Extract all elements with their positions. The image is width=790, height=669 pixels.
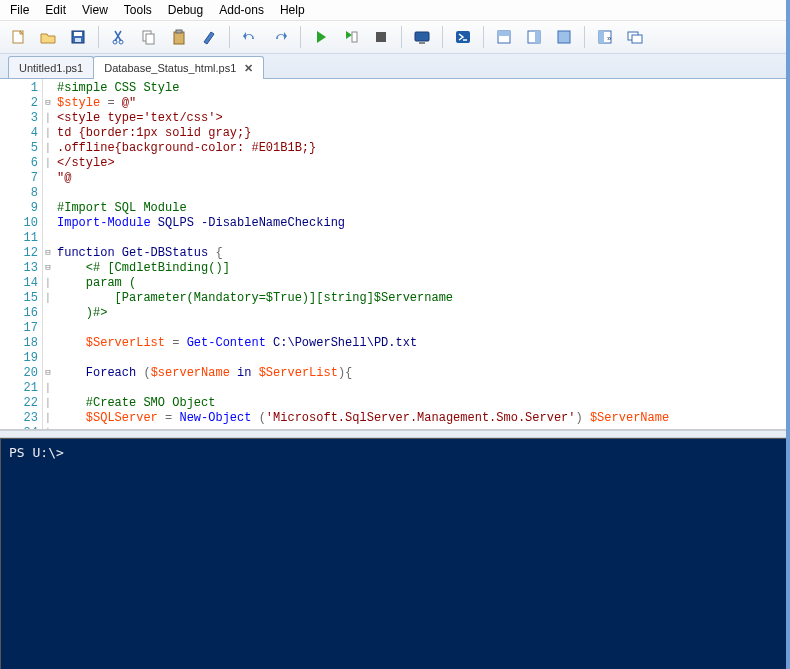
menu-debug[interactable]: Debug <box>160 1 211 19</box>
line-number: 16 <box>0 306 38 321</box>
fold-marker: │ <box>43 126 53 141</box>
code-line[interactable] <box>57 351 786 366</box>
save-icon[interactable] <box>64 23 92 51</box>
line-number: 18 <box>0 336 38 351</box>
tab-database-status-html-ps1[interactable]: Database_Status_html.ps1✕ <box>93 56 264 79</box>
code-line[interactable]: function Get-DBStatus { <box>57 246 786 261</box>
stop-icon[interactable] <box>367 23 395 51</box>
cut-icon[interactable] <box>105 23 133 51</box>
svg-rect-8 <box>174 32 184 44</box>
menu-tools[interactable]: Tools <box>116 1 160 19</box>
toolbar-separator <box>483 26 484 48</box>
line-number: 12 <box>0 246 38 261</box>
fold-marker: │ <box>43 291 53 306</box>
tab-strip: Untitled1.ps1Database_Status_html.ps1✕ <box>0 54 790 79</box>
svg-rect-17 <box>535 31 540 43</box>
paste-icon[interactable] <box>165 23 193 51</box>
svg-rect-11 <box>376 32 386 42</box>
svg-rect-18 <box>558 31 570 43</box>
code-line[interactable]: #simple CSS Style <box>57 81 786 96</box>
code-line[interactable] <box>57 426 786 429</box>
toolbar-separator <box>401 26 402 48</box>
open-icon[interactable] <box>34 23 62 51</box>
line-number: 14 <box>0 276 38 291</box>
menu-add-ons[interactable]: Add-ons <box>211 1 272 19</box>
code-line[interactable]: </style> <box>57 156 786 171</box>
code-line[interactable]: <style type='text/css'> <box>57 111 786 126</box>
fold-marker <box>43 186 53 201</box>
line-number-gutter: 123456789101112131415161718192021222324 <box>0 79 43 429</box>
command-addon-icon[interactable]: » <box>591 23 619 51</box>
fold-marker[interactable]: ⊟ <box>43 261 53 276</box>
svg-rect-9 <box>176 30 182 33</box>
line-number: 3 <box>0 111 38 126</box>
fold-column[interactable]: ⊟││││⊟⊟││⊟││││ <box>43 79 53 429</box>
code-editor[interactable]: 123456789101112131415161718192021222324 … <box>0 79 790 430</box>
close-icon[interactable]: ✕ <box>244 62 253 75</box>
fold-marker <box>43 171 53 186</box>
undo-icon[interactable] <box>236 23 264 51</box>
code-line[interactable]: .offline{background-color: #E01B1B;} <box>57 141 786 156</box>
code-line[interactable]: $style = @" <box>57 96 786 111</box>
layout-top-icon[interactable] <box>490 23 518 51</box>
run-selection-icon[interactable] <box>337 23 365 51</box>
code-line[interactable]: )#> <box>57 306 786 321</box>
line-number: 23 <box>0 411 38 426</box>
powershell-icon[interactable] <box>449 23 477 51</box>
run-icon[interactable] <box>307 23 335 51</box>
clear-icon[interactable] <box>195 23 223 51</box>
fold-marker <box>43 336 53 351</box>
svg-rect-7 <box>146 34 154 44</box>
svg-rect-12 <box>415 32 429 41</box>
fold-marker: │ <box>43 381 53 396</box>
fold-marker: │ <box>43 276 53 291</box>
line-number: 7 <box>0 171 38 186</box>
command-window-icon[interactable] <box>621 23 649 51</box>
code-line[interactable] <box>57 231 786 246</box>
menu-file[interactable]: File <box>2 1 37 19</box>
code-line[interactable] <box>57 381 786 396</box>
svg-rect-2 <box>74 32 82 36</box>
fold-marker[interactable]: ⊟ <box>43 96 53 111</box>
layout-right-icon[interactable] <box>520 23 548 51</box>
line-number: 8 <box>0 186 38 201</box>
console-pane[interactable]: PS U:\> <box>0 438 790 669</box>
menu-view[interactable]: View <box>74 1 116 19</box>
code-line[interactable] <box>57 186 786 201</box>
fold-marker[interactable]: ⊟ <box>43 366 53 381</box>
pane-splitter[interactable] <box>0 430 790 438</box>
fold-marker: │ <box>43 141 53 156</box>
new-icon[interactable] <box>4 23 32 51</box>
code-area[interactable]: #simple CSS Style$style = @"<style type=… <box>53 79 790 429</box>
toolbar-separator <box>229 26 230 48</box>
svg-rect-23 <box>632 35 642 43</box>
line-number: 22 <box>0 396 38 411</box>
svg-rect-3 <box>75 38 81 42</box>
code-line[interactable]: "@ <box>57 171 786 186</box>
fold-marker <box>43 231 53 246</box>
fold-marker <box>43 201 53 216</box>
code-line[interactable]: $SQLServer = New-Object ('Microsoft.SqlS… <box>57 411 786 426</box>
tab-untitled1-ps1[interactable]: Untitled1.ps1 <box>8 56 94 78</box>
code-line[interactable]: Foreach ($serverName in $ServerList){ <box>57 366 786 381</box>
code-line[interactable]: [Parameter(Mandatory=$True)][string]$Ser… <box>57 291 786 306</box>
menu-help[interactable]: Help <box>272 1 313 19</box>
code-line[interactable]: param ( <box>57 276 786 291</box>
redo-icon[interactable] <box>266 23 294 51</box>
fold-marker[interactable]: ⊟ <box>43 246 53 261</box>
line-number: 19 <box>0 351 38 366</box>
remote-icon[interactable] <box>408 23 436 51</box>
console-prompt: PS U:\> <box>9 445 72 460</box>
code-line[interactable] <box>57 321 786 336</box>
code-line[interactable]: $ServerList = Get-Content C:\PowerShell\… <box>57 336 786 351</box>
code-line[interactable]: <# [CmdletBinding()] <box>57 261 786 276</box>
code-line[interactable]: #Import SQL Module <box>57 201 786 216</box>
layout-max-icon[interactable] <box>550 23 578 51</box>
code-line[interactable]: #Create SMO Object <box>57 396 786 411</box>
copy-icon[interactable] <box>135 23 163 51</box>
code-line[interactable]: td {border:1px solid gray;} <box>57 126 786 141</box>
menu-edit[interactable]: Edit <box>37 1 74 19</box>
svg-text:»: » <box>607 34 612 43</box>
toolbar: » <box>0 21 790 54</box>
code-line[interactable]: Import-Module SQLPS -DisableNameChecking <box>57 216 786 231</box>
